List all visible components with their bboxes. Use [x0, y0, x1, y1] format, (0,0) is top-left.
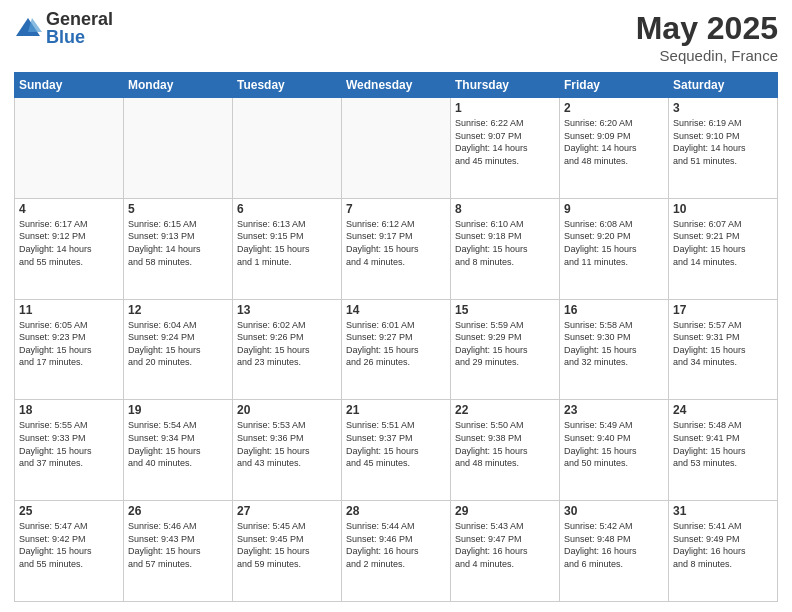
day-info-8: Sunrise: 6:10 AM Sunset: 9:18 PM Dayligh…	[455, 218, 555, 268]
calendar-cell-w2-d5: 9Sunrise: 6:08 AM Sunset: 9:20 PM Daylig…	[560, 198, 669, 299]
calendar-table: Sunday Monday Tuesday Wednesday Thursday…	[14, 72, 778, 602]
day-number-7: 7	[346, 202, 446, 216]
day-info-22: Sunrise: 5:50 AM Sunset: 9:38 PM Dayligh…	[455, 419, 555, 469]
calendar-cell-w3-d3: 14Sunrise: 6:01 AM Sunset: 9:27 PM Dayli…	[342, 299, 451, 400]
day-number-25: 25	[19, 504, 119, 518]
week-row-1: 1Sunrise: 6:22 AM Sunset: 9:07 PM Daylig…	[15, 98, 778, 199]
day-info-12: Sunrise: 6:04 AM Sunset: 9:24 PM Dayligh…	[128, 319, 228, 369]
calendar-cell-w2-d3: 7Sunrise: 6:12 AM Sunset: 9:17 PM Daylig…	[342, 198, 451, 299]
day-number-2: 2	[564, 101, 664, 115]
day-info-14: Sunrise: 6:01 AM Sunset: 9:27 PM Dayligh…	[346, 319, 446, 369]
calendar-cell-w4-d1: 19Sunrise: 5:54 AM Sunset: 9:34 PM Dayli…	[124, 400, 233, 501]
calendar-cell-w3-d0: 11Sunrise: 6:05 AM Sunset: 9:23 PM Dayli…	[15, 299, 124, 400]
calendar-cell-w3-d5: 16Sunrise: 5:58 AM Sunset: 9:30 PM Dayli…	[560, 299, 669, 400]
day-info-7: Sunrise: 6:12 AM Sunset: 9:17 PM Dayligh…	[346, 218, 446, 268]
calendar-cell-w4-d4: 22Sunrise: 5:50 AM Sunset: 9:38 PM Dayli…	[451, 400, 560, 501]
day-info-18: Sunrise: 5:55 AM Sunset: 9:33 PM Dayligh…	[19, 419, 119, 469]
header-monday: Monday	[124, 73, 233, 98]
calendar-cell-w4-d3: 21Sunrise: 5:51 AM Sunset: 9:37 PM Dayli…	[342, 400, 451, 501]
day-number-14: 14	[346, 303, 446, 317]
header-saturday: Saturday	[669, 73, 778, 98]
calendar-cell-w5-d6: 31Sunrise: 5:41 AM Sunset: 9:49 PM Dayli…	[669, 501, 778, 602]
calendar-cell-w3-d4: 15Sunrise: 5:59 AM Sunset: 9:29 PM Dayli…	[451, 299, 560, 400]
day-info-11: Sunrise: 6:05 AM Sunset: 9:23 PM Dayligh…	[19, 319, 119, 369]
day-number-13: 13	[237, 303, 337, 317]
week-row-4: 18Sunrise: 5:55 AM Sunset: 9:33 PM Dayli…	[15, 400, 778, 501]
calendar-cell-w4-d5: 23Sunrise: 5:49 AM Sunset: 9:40 PM Dayli…	[560, 400, 669, 501]
calendar-cell-w5-d5: 30Sunrise: 5:42 AM Sunset: 9:48 PM Dayli…	[560, 501, 669, 602]
day-info-28: Sunrise: 5:44 AM Sunset: 9:46 PM Dayligh…	[346, 520, 446, 570]
day-number-24: 24	[673, 403, 773, 417]
header-wednesday: Wednesday	[342, 73, 451, 98]
day-info-25: Sunrise: 5:47 AM Sunset: 9:42 PM Dayligh…	[19, 520, 119, 570]
day-info-3: Sunrise: 6:19 AM Sunset: 9:10 PM Dayligh…	[673, 117, 773, 167]
day-info-19: Sunrise: 5:54 AM Sunset: 9:34 PM Dayligh…	[128, 419, 228, 469]
day-info-4: Sunrise: 6:17 AM Sunset: 9:12 PM Dayligh…	[19, 218, 119, 268]
day-number-5: 5	[128, 202, 228, 216]
calendar-cell-w2-d1: 5Sunrise: 6:15 AM Sunset: 9:13 PM Daylig…	[124, 198, 233, 299]
day-number-4: 4	[19, 202, 119, 216]
day-number-19: 19	[128, 403, 228, 417]
calendar-cell-w5-d3: 28Sunrise: 5:44 AM Sunset: 9:46 PM Dayli…	[342, 501, 451, 602]
calendar-cell-w2-d4: 8Sunrise: 6:10 AM Sunset: 9:18 PM Daylig…	[451, 198, 560, 299]
calendar-cell-w1-d1	[124, 98, 233, 199]
calendar-cell-w4-d6: 24Sunrise: 5:48 AM Sunset: 9:41 PM Dayli…	[669, 400, 778, 501]
header-friday: Friday	[560, 73, 669, 98]
logo-blue-text: Blue	[46, 28, 113, 46]
day-number-17: 17	[673, 303, 773, 317]
day-number-27: 27	[237, 504, 337, 518]
logo-text: General Blue	[46, 10, 113, 46]
calendar-cell-w3-d2: 13Sunrise: 6:02 AM Sunset: 9:26 PM Dayli…	[233, 299, 342, 400]
day-number-9: 9	[564, 202, 664, 216]
week-row-2: 4Sunrise: 6:17 AM Sunset: 9:12 PM Daylig…	[15, 198, 778, 299]
title-location: Sequedin, France	[636, 47, 778, 64]
day-info-21: Sunrise: 5:51 AM Sunset: 9:37 PM Dayligh…	[346, 419, 446, 469]
day-info-27: Sunrise: 5:45 AM Sunset: 9:45 PM Dayligh…	[237, 520, 337, 570]
calendar-cell-w2-d2: 6Sunrise: 6:13 AM Sunset: 9:15 PM Daylig…	[233, 198, 342, 299]
calendar-cell-w4-d0: 18Sunrise: 5:55 AM Sunset: 9:33 PM Dayli…	[15, 400, 124, 501]
calendar-cell-w5-d0: 25Sunrise: 5:47 AM Sunset: 9:42 PM Dayli…	[15, 501, 124, 602]
calendar-cell-w2-d6: 10Sunrise: 6:07 AM Sunset: 9:21 PM Dayli…	[669, 198, 778, 299]
day-info-9: Sunrise: 6:08 AM Sunset: 9:20 PM Dayligh…	[564, 218, 664, 268]
calendar-cell-w5-d4: 29Sunrise: 5:43 AM Sunset: 9:47 PM Dayli…	[451, 501, 560, 602]
calendar-cell-w1-d4: 1Sunrise: 6:22 AM Sunset: 9:07 PM Daylig…	[451, 98, 560, 199]
logo: General Blue	[14, 10, 113, 46]
calendar-cell-w1-d0	[15, 98, 124, 199]
day-number-30: 30	[564, 504, 664, 518]
header: General Blue May 2025 Sequedin, France	[14, 10, 778, 64]
weekday-header-row: Sunday Monday Tuesday Wednesday Thursday…	[15, 73, 778, 98]
calendar-cell-w5-d1: 26Sunrise: 5:46 AM Sunset: 9:43 PM Dayli…	[124, 501, 233, 602]
day-info-6: Sunrise: 6:13 AM Sunset: 9:15 PM Dayligh…	[237, 218, 337, 268]
calendar-cell-w1-d3	[342, 98, 451, 199]
header-thursday: Thursday	[451, 73, 560, 98]
day-number-11: 11	[19, 303, 119, 317]
day-number-21: 21	[346, 403, 446, 417]
day-info-5: Sunrise: 6:15 AM Sunset: 9:13 PM Dayligh…	[128, 218, 228, 268]
day-info-20: Sunrise: 5:53 AM Sunset: 9:36 PM Dayligh…	[237, 419, 337, 469]
page: General Blue May 2025 Sequedin, France S…	[0, 0, 792, 612]
day-info-16: Sunrise: 5:58 AM Sunset: 9:30 PM Dayligh…	[564, 319, 664, 369]
day-number-15: 15	[455, 303, 555, 317]
day-number-10: 10	[673, 202, 773, 216]
day-number-6: 6	[237, 202, 337, 216]
logo-general-text: General	[46, 10, 113, 28]
day-info-17: Sunrise: 5:57 AM Sunset: 9:31 PM Dayligh…	[673, 319, 773, 369]
day-info-29: Sunrise: 5:43 AM Sunset: 9:47 PM Dayligh…	[455, 520, 555, 570]
day-number-3: 3	[673, 101, 773, 115]
calendar-cell-w1-d6: 3Sunrise: 6:19 AM Sunset: 9:10 PM Daylig…	[669, 98, 778, 199]
day-info-15: Sunrise: 5:59 AM Sunset: 9:29 PM Dayligh…	[455, 319, 555, 369]
calendar-cell-w3-d1: 12Sunrise: 6:04 AM Sunset: 9:24 PM Dayli…	[124, 299, 233, 400]
day-info-30: Sunrise: 5:42 AM Sunset: 9:48 PM Dayligh…	[564, 520, 664, 570]
title-month: May 2025	[636, 10, 778, 47]
day-number-22: 22	[455, 403, 555, 417]
day-info-2: Sunrise: 6:20 AM Sunset: 9:09 PM Dayligh…	[564, 117, 664, 167]
calendar-cell-w1-d5: 2Sunrise: 6:20 AM Sunset: 9:09 PM Daylig…	[560, 98, 669, 199]
calendar-cell-w3-d6: 17Sunrise: 5:57 AM Sunset: 9:31 PM Dayli…	[669, 299, 778, 400]
day-number-28: 28	[346, 504, 446, 518]
calendar-cell-w5-d2: 27Sunrise: 5:45 AM Sunset: 9:45 PM Dayli…	[233, 501, 342, 602]
day-info-10: Sunrise: 6:07 AM Sunset: 9:21 PM Dayligh…	[673, 218, 773, 268]
day-info-1: Sunrise: 6:22 AM Sunset: 9:07 PM Dayligh…	[455, 117, 555, 167]
logo-icon	[14, 14, 42, 42]
day-number-23: 23	[564, 403, 664, 417]
day-number-8: 8	[455, 202, 555, 216]
